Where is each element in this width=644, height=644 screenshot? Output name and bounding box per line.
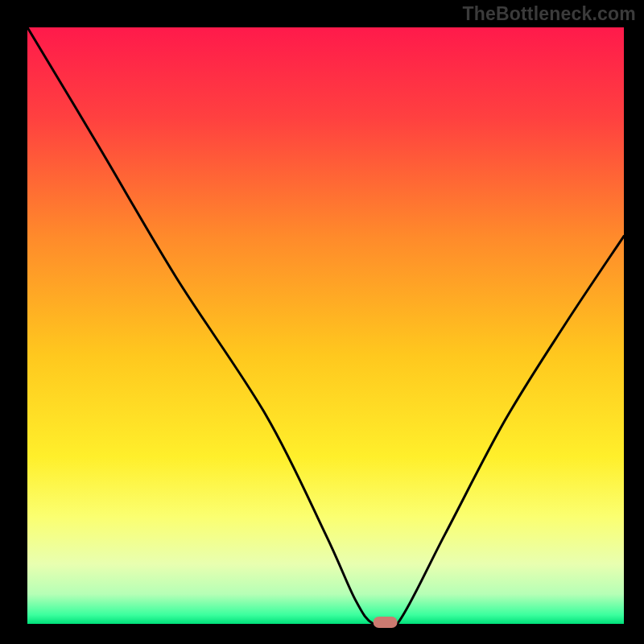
chart-container: TheBottleneck.com	[0, 0, 644, 644]
bottleneck-chart	[0, 0, 644, 644]
attribution-text: TheBottleneck.com	[462, 3, 636, 25]
optimal-marker	[374, 617, 398, 628]
